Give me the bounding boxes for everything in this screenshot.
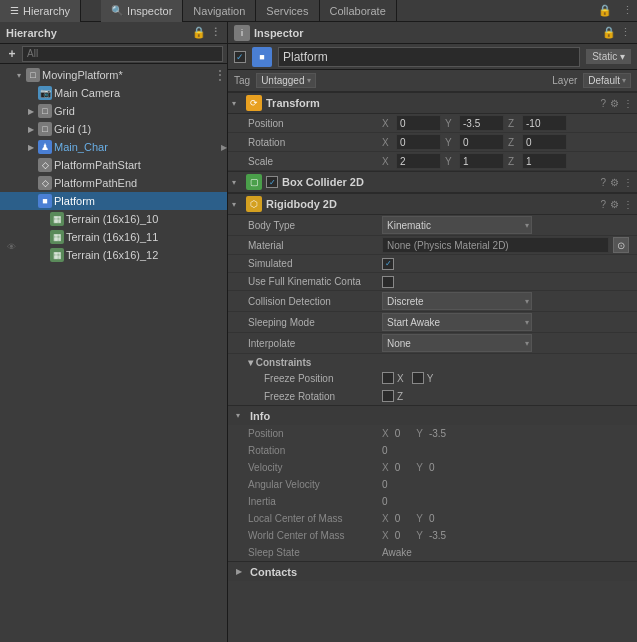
freeze-rotation-label: Freeze Rotation <box>264 391 374 402</box>
transform-more-icon[interactable]: ⋮ <box>623 98 633 109</box>
material-input[interactable] <box>382 237 609 253</box>
kinematic-checkbox[interactable] <box>382 276 394 288</box>
freeze-rotation-checks: Z <box>382 390 403 402</box>
tab-inspector[interactable]: 🔍 Inspector <box>101 0 183 22</box>
navigation-tab-label: Navigation <box>193 5 245 17</box>
info-wcom-x-value: 0 <box>395 530 401 541</box>
scale-x-input[interactable] <box>396 153 441 169</box>
contacts-section-header[interactable]: ▶ Contacts <box>228 561 637 581</box>
tag-dropdown-arrow: ▾ <box>307 76 311 85</box>
info-section-header[interactable]: ▾ Info <box>228 405 637 425</box>
rotation-row: Rotation X Y Z <box>228 133 637 152</box>
add-button[interactable]: + <box>4 46 20 62</box>
info-rotation-label: Rotation <box>248 445 378 456</box>
lock-icon: 🔒 <box>592 4 618 17</box>
rotation-y-input[interactable] <box>459 134 504 150</box>
position-z-input[interactable] <box>522 115 567 131</box>
bodytype-select[interactable]: Kinematic <box>382 216 532 234</box>
list-item[interactable]: 📷 Main Camera <box>0 84 227 102</box>
rotation-x-input[interactable] <box>396 134 441 150</box>
lock-panel-icon[interactable]: 🔒 <box>192 26 206 39</box>
rigidbody-section-header[interactable]: ▾ ⬡ Rigidbody 2D ? ⚙ ⋮ <box>228 193 637 215</box>
list-item[interactable]: ▶ □ Grid <box>0 102 227 120</box>
more-inspector-icon[interactable]: ⋮ <box>620 26 631 39</box>
rigidbody-more-icon[interactable]: ⋮ <box>623 199 633 210</box>
freeze-pos-y-checkbox[interactable] <box>412 372 424 384</box>
sleeping-row: Sleeping Mode Start Awake <box>228 312 637 333</box>
interpolate-select[interactable]: None <box>382 334 532 352</box>
list-item-platform[interactable]: ■ Platform <box>0 192 227 210</box>
position-row: Position X Y Z <box>228 114 637 133</box>
tab-services[interactable]: Services <box>256 0 319 22</box>
tag-label: Tag <box>234 75 250 86</box>
static-dropdown-button[interactable]: Static ▾ <box>586 49 631 64</box>
layer-dropdown[interactable]: Default ▾ <box>583 73 631 88</box>
lock-inspector-icon[interactable]: 🔒 <box>602 26 616 39</box>
tag-dropdown[interactable]: Untagged ▾ <box>256 73 315 88</box>
info-velocity-row: Velocity X 0 Y 0 <box>228 459 637 476</box>
object-name-input[interactable] <box>278 47 580 67</box>
x-label: X <box>382 118 392 129</box>
item-label: PlatformPathEnd <box>54 177 227 189</box>
material-row: Material ⊙ <box>228 236 637 255</box>
simulated-checkbox[interactable] <box>382 258 394 270</box>
sleeping-select[interactable]: Start Awake <box>382 313 532 331</box>
scale-y-input[interactable] <box>459 153 504 169</box>
item-menu[interactable]: ⋮ <box>213 67 227 83</box>
collision-select[interactable]: Discrete <box>382 292 532 310</box>
boxcollider-more-icon[interactable]: ⋮ <box>623 177 633 188</box>
rotation-z-input[interactable] <box>522 134 567 150</box>
boxcollider-help-icon[interactable]: ? <box>600 177 606 188</box>
transform-section-header[interactable]: ▾ ⟳ Transform ? ⚙ ⋮ <box>228 92 637 114</box>
collision-row: Collision Detection Discrete <box>228 291 637 312</box>
list-item[interactable]: ▶ ♟ Main_Char ▶ <box>0 138 227 156</box>
list-item[interactable]: ▶ □ Grid (1) <box>0 120 227 138</box>
tab-navigation[interactable]: Navigation <box>183 0 256 22</box>
rigidbody-settings-icon[interactable]: ⚙ <box>610 199 619 210</box>
search-input[interactable] <box>22 46 223 62</box>
position-x-input[interactable] <box>396 115 441 131</box>
hierarchy-header-icons: 🔒 ⋮ <box>192 26 221 39</box>
gameobject-icon: □ <box>26 68 40 82</box>
visibility-icon[interactable]: 👁 <box>4 240 18 254</box>
position-y-input[interactable] <box>459 115 504 131</box>
item-label: Terrain (16x16)_11 <box>66 231 227 243</box>
rigidbody-help-icon[interactable]: ? <box>600 199 606 210</box>
platform-icon: ■ <box>38 194 52 208</box>
tab-hierarchy[interactable]: ☰ Hierarchy <box>0 0 81 22</box>
tab-collaborate[interactable]: Collaborate <box>320 0 397 22</box>
layer-value: Default <box>588 75 620 86</box>
transform-help-icon[interactable]: ? <box>600 98 606 109</box>
info-pos-y-value: -3.5 <box>429 428 446 439</box>
boxcollider-settings-icon[interactable]: ⚙ <box>610 177 619 188</box>
material-picker-button[interactable]: ⊙ <box>613 237 629 253</box>
transform-settings-icon[interactable]: ⚙ <box>610 98 619 109</box>
boxcollider-actions: ? ⚙ ⋮ <box>600 177 633 188</box>
list-item[interactable]: ▾ □ MovingPlatform* ⋮ <box>0 66 227 84</box>
list-item[interactable]: ▦ Terrain (16x16)_11 <box>0 228 227 246</box>
contacts-title: Contacts <box>250 566 297 578</box>
constraints-label: ▾ Constraints <box>228 354 637 369</box>
list-item[interactable]: ◇ PlatformPathStart <box>0 156 227 174</box>
scale-values: X Y Z <box>382 153 629 169</box>
scale-z-input[interactable] <box>522 153 567 169</box>
active-checkbox[interactable] <box>234 51 246 63</box>
more-panel-icon[interactable]: ⋮ <box>210 26 221 39</box>
list-item[interactable]: ▦ Terrain (16x16)_10 <box>0 210 227 228</box>
services-tab-label: Services <box>266 5 308 17</box>
list-item[interactable]: ◇ PlatformPathEnd <box>0 174 227 192</box>
boxcollider-section-header[interactable]: ▾ ▢ Box Collider 2D ? ⚙ ⋮ <box>228 171 637 193</box>
freeze-rotation-row: Freeze Rotation Z <box>228 387 637 405</box>
info-pos-x-label: X <box>382 428 389 439</box>
freeze-pos-x-checkbox[interactable] <box>382 372 394 384</box>
item-label: PlatformPathStart <box>54 159 227 171</box>
inspector-tab-label: Inspector <box>127 5 172 17</box>
freeze-pos-x-label: X <box>397 373 404 384</box>
boxcollider-enabled[interactable] <box>266 176 278 188</box>
list-item[interactable]: ▦ Terrain (16x16)_12 <box>0 246 227 264</box>
info-rotation-row: Rotation 0 <box>228 442 637 459</box>
arrow-icon: ▶ <box>26 125 36 134</box>
freeze-rot-z-checkbox[interactable] <box>382 390 394 402</box>
collision-label: Collision Detection <box>248 296 378 307</box>
more-options-icon[interactable]: ⋮ <box>618 4 637 17</box>
